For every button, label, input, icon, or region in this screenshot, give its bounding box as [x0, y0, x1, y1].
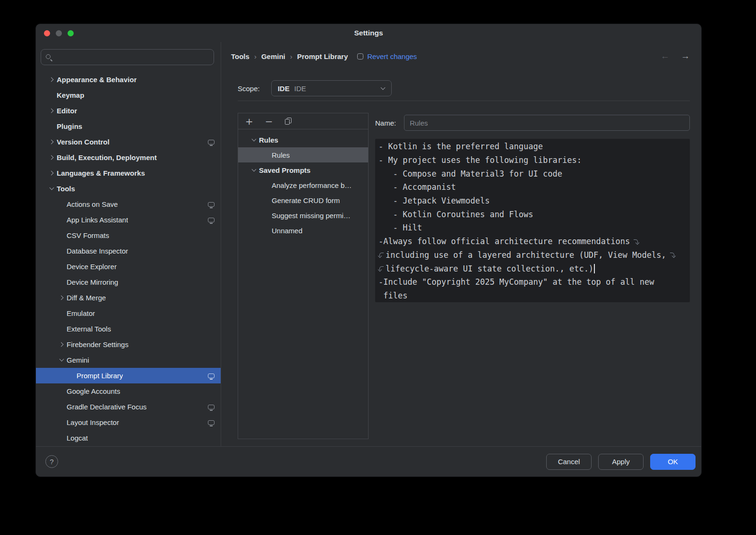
sidebar-item-google-accounts[interactable]: Google Accounts: [36, 383, 221, 399]
sidebar-item-device-mirroring[interactable]: Device Mirroring: [36, 274, 221, 290]
chevron-down-icon: [56, 358, 67, 362]
sidebar-item-gradle-declarative-focus[interactable]: Gradle Declarative Focus: [36, 399, 221, 415]
breadcrumb-prompt-library: Prompt Library: [297, 52, 348, 60]
sidebar-item-plugins[interactable]: Plugins: [36, 119, 221, 134]
chevron-right-icon: [46, 77, 57, 82]
zoom-window-button[interactable]: [68, 30, 74, 36]
editor-line: - Jetpack Viewmodels: [378, 196, 490, 205]
chevron-right-icon: [46, 171, 57, 175]
settings-window: Settings Appearance & Behavior Keymap: [35, 24, 702, 477]
sidebar-item-label: Languages & Frameworks: [57, 169, 145, 177]
apply-button[interactable]: Apply: [598, 454, 644, 470]
ide-settings-icon: [208, 405, 215, 409]
scope-label: Scope:: [238, 85, 260, 93]
sidebar-item-build-execution-deployment[interactable]: Build, Execution, Deployment: [36, 150, 221, 165]
sidebar-item-logcat[interactable]: Logcat: [36, 430, 221, 446]
scope-row: Scope: IDE IDE: [238, 80, 690, 96]
sidebar-item-emulator[interactable]: Emulator: [36, 306, 221, 321]
prompt-group-saved-prompts[interactable]: Saved Prompts: [238, 162, 368, 178]
sidebar-item-app-links-assistant[interactable]: App Links Assistant: [36, 212, 221, 228]
section-divider: [238, 101, 690, 101]
back-arrow-icon[interactable]: ←: [661, 51, 670, 61]
prompt-text-editor[interactable]: - Kotlin is the preferred language - My …: [375, 139, 690, 302]
soft-wrap-icon: [378, 265, 384, 272]
sidebar-item-external-tools[interactable]: External Tools: [36, 321, 221, 337]
editor-line: files: [378, 291, 407, 300]
sidebar-item-label: Firebender Settings: [67, 340, 129, 348]
sidebar-item-actions-on-save[interactable]: Actions on Save: [36, 196, 221, 212]
ok-button[interactable]: OK: [650, 454, 696, 470]
search-field[interactable]: [41, 49, 214, 65]
settings-tree: Appearance & Behavior Keymap Editor Plug…: [36, 72, 221, 446]
prompt-item-analyze-performance[interactable]: Analyze performance b…: [238, 178, 368, 193]
prompt-tree-panel: + − Rules Rules: [238, 113, 369, 439]
sidebar-item-label: Keymap: [57, 91, 84, 99]
editor-line: - Kotlin is the preferred language: [378, 142, 543, 151]
sidebar-item-gemini[interactable]: Gemini: [36, 352, 221, 368]
sidebar-item-version-control[interactable]: Version Control: [36, 134, 221, 150]
prompt-item-label: Suggest missing permi…: [272, 212, 351, 220]
prompt-group-rules[interactable]: Rules: [238, 132, 368, 147]
chevron-right-icon: [46, 140, 57, 144]
ide-settings-icon: [208, 374, 215, 378]
sidebar-item-label: Appearance & Behavior: [57, 76, 137, 84]
sidebar-item-label: Logcat: [67, 434, 88, 442]
prompt-item-rules[interactable]: Rules: [238, 147, 368, 162]
remove-prompt-button[interactable]: −: [265, 117, 273, 126]
cancel-button[interactable]: Cancel: [546, 454, 592, 470]
chevron-right-icon: [46, 109, 57, 113]
chevron-down-icon: [381, 84, 385, 93]
sidebar-item-keymap[interactable]: Keymap: [36, 87, 221, 103]
prompt-detail-panel: Name: - Kotlin is the preferred language…: [375, 113, 690, 439]
sidebar-item-layout-inspector[interactable]: Layout Inspector: [36, 415, 221, 430]
breadcrumb-gemini[interactable]: Gemini: [261, 52, 285, 60]
close-window-button[interactable]: [44, 30, 50, 36]
sidebar-item-tools[interactable]: Tools: [36, 181, 221, 196]
breadcrumb-tools[interactable]: Tools: [231, 52, 249, 60]
main-content: Tools › Gemini › Prompt Library Revert c…: [221, 42, 701, 446]
search-icon: [46, 54, 52, 60]
chevron-right-icon: [56, 296, 67, 300]
prompt-group-label: Rules: [259, 136, 278, 144]
prompt-item-unnamed[interactable]: Unnamed: [238, 223, 368, 238]
sidebar-item-diff-merge[interactable]: Diff & Merge: [36, 290, 221, 306]
sidebar-item-editor[interactable]: Editor: [36, 103, 221, 119]
window-body: Appearance & Behavior Keymap Editor Plug…: [36, 42, 701, 446]
ide-settings-icon: [208, 420, 215, 425]
sidebar-item-csv-formats[interactable]: CSV Formats: [36, 228, 221, 243]
prompt-item-suggest-missing-permissions[interactable]: Suggest missing permi…: [238, 208, 368, 223]
revert-changes-link[interactable]: Revert changes: [367, 52, 417, 60]
sidebar-item-database-inspector[interactable]: Database Inspector: [36, 243, 221, 259]
name-label: Name:: [375, 119, 396, 127]
breadcrumb-separator: ›: [290, 52, 292, 60]
scope-dropdown[interactable]: IDE IDE: [271, 80, 392, 96]
sidebar-item-label: External Tools: [67, 325, 111, 333]
minimize-window-button[interactable]: [56, 30, 62, 36]
chevron-down-icon: [46, 187, 57, 191]
window-title: Settings: [36, 29, 701, 37]
text-caret: [594, 264, 595, 273]
prompt-item-generate-crud-form[interactable]: Generate CRUD form: [238, 193, 368, 208]
prompt-item-label: Rules: [272, 151, 290, 159]
prompt-tree-toolbar: + −: [238, 113, 368, 129]
sidebar-item-label: CSV Formats: [67, 231, 109, 239]
soft-wrap-icon: [670, 251, 676, 258]
help-button[interactable]: ?: [45, 455, 58, 468]
add-prompt-button[interactable]: +: [245, 117, 253, 126]
editor-line: -Always follow official architecture rec…: [378, 237, 630, 246]
prompt-library-panels: + − Rules Rules: [238, 113, 690, 439]
sidebar-item-label: Editor: [57, 107, 77, 115]
traffic-lights: [44, 24, 74, 42]
sidebar-item-label: Layout Inspector: [67, 418, 119, 426]
sidebar-item-firebender-settings[interactable]: Firebender Settings: [36, 337, 221, 352]
sidebar-item-prompt-library[interactable]: Prompt Library: [36, 368, 221, 383]
forward-arrow-icon[interactable]: →: [681, 51, 690, 61]
copy-prompt-button[interactable]: [285, 118, 292, 125]
search-input[interactable]: [57, 53, 209, 62]
sidebar-item-device-explorer[interactable]: Device Explorer: [36, 259, 221, 274]
sidebar-item-languages-frameworks[interactable]: Languages & Frameworks: [36, 165, 221, 181]
sidebar-item-label: Emulator: [67, 309, 95, 317]
ide-settings-icon: [208, 218, 215, 222]
prompt-name-input[interactable]: [404, 115, 690, 131]
sidebar-item-appearance-behavior[interactable]: Appearance & Behavior: [36, 72, 221, 87]
